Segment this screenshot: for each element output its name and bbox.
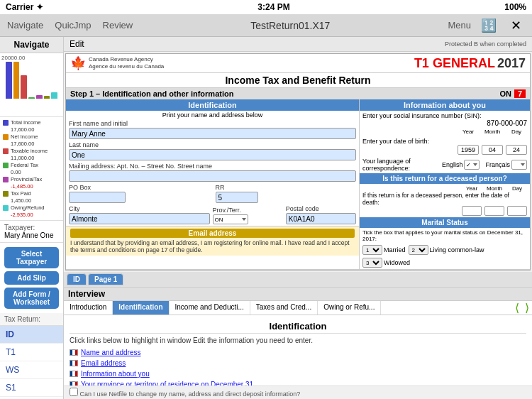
right-arrow-icon[interactable]: ⟩: [525, 301, 529, 315]
marital-common-law-select[interactable]: 2: [409, 245, 428, 255]
bar-3: [21, 75, 27, 99]
legend-item-prov-val: -1,485.00: [3, 183, 60, 190]
legend-item-taxpaid: Tax Paid: [3, 190, 60, 197]
link-email-address[interactable]: Email address: [81, 359, 126, 367]
review-link[interactable]: Review: [103, 20, 133, 31]
agency-fr: Agence du revenu du Canada: [89, 63, 164, 70]
bottom-question-text: Can I use Netfile to change my name, add…: [80, 390, 301, 398]
postal-label: Postal code: [286, 205, 356, 212]
nav-item-ID[interactable]: ID: [0, 326, 63, 344]
mailing-input[interactable]: [69, 170, 356, 182]
last-name-input[interactable]: [69, 149, 356, 160]
taxpayer-label: Taxpayer:: [4, 224, 59, 231]
dec-day-h: Day: [507, 185, 527, 192]
itab-income[interactable]: Income and Deducti...: [170, 301, 250, 315]
marital-married-select[interactable]: 1: [362, 245, 382, 255]
add-form-button[interactable]: Add Form /Worksheet: [4, 288, 59, 309]
po-box-input[interactable]: [69, 192, 126, 203]
left-arrow-icon[interactable]: ⟨: [515, 301, 519, 315]
select-taxpayer-button[interactable]: SelectTaxpayer: [4, 247, 59, 268]
legend-label-owing: Owing/Refund: [11, 204, 45, 211]
itab-identification[interactable]: Identification: [113, 301, 169, 315]
legend-value-taxpaid: 1,450.00: [11, 197, 31, 204]
legend-dot-total: [3, 120, 9, 126]
legend-item-total: Total Income: [3, 119, 60, 126]
taxpayer-name: Mary Anne One: [4, 231, 59, 239]
calculator-icon[interactable]: 🔢: [480, 16, 498, 35]
dob-label: Enter your date of birth:: [362, 138, 527, 145]
interview-tabs: Introduction Identification Income and D…: [64, 301, 532, 315]
form-title: Income Tax and Benefit Return: [66, 73, 530, 88]
status-bar: Carrier ✦ 3:24 PM 100%: [0, 0, 532, 14]
postal-input[interactable]: [286, 213, 356, 224]
deceased-entry: If this return is for a deceased person,…: [362, 192, 527, 216]
dec-year-h: Year: [462, 185, 482, 192]
close-icon[interactable]: ✕: [506, 16, 525, 35]
link-province[interactable]: Your province or territory of residence …: [81, 381, 253, 386]
quickjump-link[interactable]: QuicJmp: [55, 20, 91, 31]
dob-year-input[interactable]: [458, 145, 479, 155]
nav-item-WS[interactable]: WS: [0, 361, 63, 379]
sin-label: Enter your social insurance number (SIN)…: [362, 112, 527, 119]
mailing-label: Mailing address: Apt. No. – Street No. S…: [69, 163, 356, 170]
dec-month-input[interactable]: [484, 206, 504, 216]
netfile-checkbox[interactable]: [70, 388, 78, 396]
city-input[interactable]: [69, 213, 210, 224]
interview-link-2: Email address: [70, 358, 526, 368]
itab-taxes[interactable]: Taxes and Cred...: [250, 301, 318, 315]
marital-widowed-select[interactable]: 3: [362, 258, 382, 268]
tab-page1[interactable]: Page 1: [88, 273, 123, 285]
legend-label-total: Total Income: [11, 119, 41, 126]
identification-header: Identification: [66, 99, 359, 111]
city-prov-field: City Prov./Terr. ON Postal code: [66, 204, 359, 226]
legend-dot-taxpaid: [3, 191, 9, 197]
nav-item-T1[interactable]: T1: [0, 344, 63, 361]
dob-day-input[interactable]: [506, 145, 527, 155]
legend-item-total-val: 17,600.00: [3, 126, 60, 133]
tax-form: 🍁 Canada Revenue Agency Agence du revenu…: [65, 53, 531, 270]
interview-content: Identification Click links below to high…: [64, 315, 532, 386]
add-slip-button[interactable]: Add Slip: [4, 271, 59, 285]
prov-select[interactable]: ON: [213, 214, 248, 224]
link-info-about-you[interactable]: Information about you: [81, 370, 150, 378]
legend-label-taxpaid: Tax Paid: [11, 190, 31, 197]
nav-item-S1[interactable]: S1: [0, 379, 63, 397]
dob-month-input[interactable]: [482, 145, 503, 155]
sin-value: 870-000-007: [487, 119, 527, 127]
marital-header: Marital Status: [360, 217, 530, 228]
protected-badge: Protected B when completed: [445, 40, 526, 48]
lang-fr-select[interactable]: [511, 160, 527, 170]
chart-area: 20000.00: [0, 53, 63, 117]
interview-label-row: Interview: [64, 288, 532, 301]
marital-row: 1 Married 2 Living common-law 3 Widowed: [360, 244, 530, 269]
lang-en-select[interactable]: ✓: [464, 160, 480, 170]
itab-owing[interactable]: Owing or Refu...: [318, 301, 381, 315]
bar-6: [44, 96, 50, 99]
lang-english: English ✓: [442, 160, 480, 170]
rr-input[interactable]: [216, 192, 258, 203]
first-name-input[interactable]: [69, 128, 356, 139]
canada-logo: 🍁 Canada Revenue Agency Agence du revenu…: [70, 55, 164, 71]
dec-month-h: Month: [484, 185, 504, 192]
interview-title: Identification: [70, 319, 526, 334]
maple-leaf-icon: 🍁: [70, 55, 86, 71]
itab-introduction[interactable]: Introduction: [64, 301, 113, 315]
sin-field: Enter your social insurance number (SIN)…: [360, 111, 530, 136]
menu-button[interactable]: Menu: [448, 20, 471, 31]
tab-ID[interactable]: ID: [67, 273, 87, 285]
navigate-link[interactable]: Navigate: [7, 20, 43, 31]
link-name-address[interactable]: Name and address: [81, 349, 141, 356]
legend-item-fed-val: 0.00: [3, 169, 60, 175]
marital-common-law-label: Living common-law: [430, 246, 484, 253]
marital-widowed: 3 Widowed: [362, 258, 410, 268]
bottom-question: Can I use Netfile to change my name, add…: [64, 386, 532, 399]
legend-item-prov: ProvincialTax: [3, 176, 60, 182]
dec-day-input[interactable]: [507, 206, 527, 216]
left-sidebar: Navigate 20000.00 Total Income 17,600.00: [0, 37, 64, 399]
legend-item-owing-val: -2,935.00: [3, 212, 60, 218]
carrier-text: Carrier ✦: [6, 2, 43, 12]
dec-year-input[interactable]: [462, 206, 482, 216]
legend-value-net: 17,600.00: [11, 141, 34, 147]
last-name-label: Last name: [69, 141, 356, 148]
year-header: Year: [458, 129, 479, 135]
